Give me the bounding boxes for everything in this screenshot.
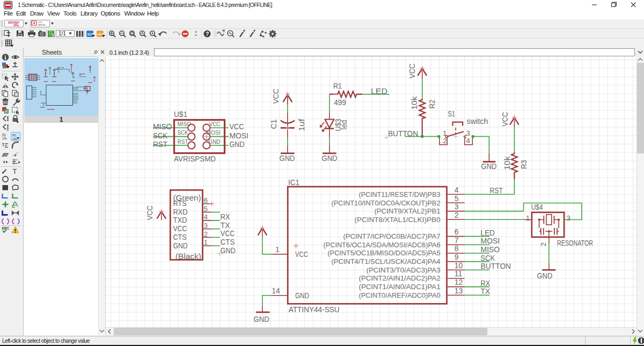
svg-text:VCC: VCC	[221, 229, 235, 238]
svg-text:GND: GND	[322, 153, 338, 163]
svg-text:(PCINT0/AREF/ADC0)PA0: (PCINT0/AREF/ADC0)PA0	[359, 292, 441, 299]
svg-text:3: 3	[567, 214, 571, 222]
svg-text:switch: switch	[467, 116, 488, 126]
svg-text:(PCINT10/INT0/OC0A/CKOUT)PB2: (PCINT10/INT0/OC0A/CKOUT)PB2	[332, 200, 441, 207]
svg-text:VCC: VCC	[500, 112, 509, 127]
svg-text:R2: R2	[2, 133, 6, 136]
svg-text:GND: GND	[537, 271, 552, 280]
svg-text:(PCINT2/AIN1/ADC2)PA2: (PCINT2/AIN1/ADC2)PA2	[359, 275, 441, 282]
svg-text:7: 7	[455, 236, 459, 245]
svg-text:GND: GND	[280, 153, 295, 163]
svg-text:11: 11	[455, 269, 463, 278]
svg-text:TX: TX	[221, 220, 230, 230]
svg-text:SCK: SCK	[178, 129, 189, 136]
svg-text:499: 499	[334, 98, 346, 107]
svg-text:3: 3	[455, 202, 459, 211]
svg-text:T: T	[13, 167, 17, 175]
svg-text:10: 10	[455, 261, 463, 270]
svg-text:(PCINT7/ICP/OC0B/ADC7)PA7: (PCINT7/ICP/OC0B/ADC7)PA7	[343, 233, 441, 240]
svg-text:U$4: U$4	[531, 202, 543, 211]
svg-text:SCK: SCK	[481, 253, 495, 262]
svg-text:RST: RST	[490, 186, 503, 195]
svg-text:10k: 10k	[502, 156, 511, 170]
svg-text:RTS: RTS	[173, 199, 187, 208]
svg-text:3: 3	[204, 222, 208, 230]
svg-text:1: 1	[275, 245, 280, 254]
svg-text:8: 8	[455, 244, 459, 253]
svg-text:VCC: VCC	[173, 224, 187, 233]
svg-text:U$1: U$1	[174, 109, 187, 119]
svg-text:MOSI: MOSI	[207, 129, 221, 136]
svg-text:1uf: 1uf	[297, 119, 306, 131]
svg-text:RXD: RXD	[173, 208, 188, 216]
svg-text:VCC: VCC	[407, 63, 416, 78]
svg-text:5: 5	[204, 205, 208, 213]
svg-text:LED: LED	[371, 86, 387, 95]
svg-text:VCC: VCC	[145, 205, 154, 220]
svg-text:GND: GND	[481, 161, 497, 171]
svg-text:2: 2	[443, 137, 447, 145]
svg-text:3: 3	[466, 129, 471, 137]
svg-text:VCC: VCC	[209, 121, 221, 127]
svg-text:10k: 10k	[409, 96, 419, 109]
svg-text:RST: RST	[178, 138, 188, 145]
svg-text:(PCINT1/AIN0/ADC1)PA1: (PCINT1/AIN0/ADC1)PA1	[359, 283, 441, 291]
svg-text:GND: GND	[254, 314, 269, 323]
svg-text:14: 14	[272, 286, 280, 295]
svg-text:LED: LED	[481, 228, 495, 237]
svg-text:GND: GND	[230, 139, 245, 149]
svg-text:13: 13	[455, 286, 463, 295]
svg-text:4: 4	[204, 213, 208, 221]
svg-text:2: 2	[539, 242, 547, 247]
svg-text:1: 1	[526, 214, 530, 222]
svg-text:MOSI: MOSI	[230, 131, 248, 140]
svg-text:12: 12	[455, 278, 463, 286]
svg-text:2: 2	[455, 211, 459, 219]
svg-text:RX: RX	[221, 212, 230, 221]
svg-text:10k: 10k	[12, 137, 17, 141]
svg-text:ERC: ERC	[2, 226, 10, 230]
svg-text:4: 4	[466, 137, 471, 145]
svg-text:MISO: MISO	[178, 121, 192, 127]
svg-text:AVRISPSMD: AVRISPSMD	[174, 154, 216, 163]
svg-text:R3: R3	[519, 160, 528, 169]
svg-text:?: ?	[206, 31, 209, 37]
svg-text:9: 9	[455, 253, 459, 261]
svg-text:SPICE: SPICE	[38, 24, 45, 26]
svg-text:R1: R1	[333, 81, 342, 90]
svg-text:1: 1	[204, 238, 208, 246]
svg-text:TX: TX	[481, 286, 491, 296]
svg-text:led: led	[339, 120, 348, 130]
svg-text:GND: GND	[295, 291, 309, 300]
svg-text:MISO: MISO	[153, 122, 172, 131]
svg-text:1/1: 1/1	[58, 31, 66, 36]
svg-text:VCC: VCC	[230, 122, 244, 131]
svg-text:2: 2	[204, 230, 208, 238]
svg-text:ATTINY44-SSU: ATTINY44-SSU	[289, 305, 340, 314]
svg-text:(PCINT4/T1/SCL/USCK/ADC4)PA4: (PCINT4/T1/SCL/USCK/ADC4)PA4	[332, 258, 441, 266]
svg-text:6: 6	[204, 196, 208, 204]
svg-text:BUTTON: BUTTON	[388, 129, 418, 138]
svg-text:MISO: MISO	[481, 245, 500, 254]
svg-text:GND: GND	[173, 241, 188, 250]
svg-text:(PCINT5/OC1B/MISO/DO/ADC5)PA5: (PCINT5/OC1B/MISO/DO/ADC5)PA5	[328, 249, 441, 257]
svg-text:S1: S1	[448, 109, 455, 118]
svg-text:SCK: SCK	[153, 131, 168, 140]
svg-text:(PCINT9/XTAL2)PB1: (PCINT9/XTAL2)PB1	[375, 208, 441, 215]
svg-text:10k: 10k	[2, 137, 7, 140]
svg-text:1: 1	[443, 129, 447, 137]
svg-text:(PCINT8/XTAL1/CLKI)PB0: (PCINT8/XTAL1/CLKI)PB0	[355, 216, 441, 224]
svg-text:RESONATOR: RESONATOR	[557, 238, 593, 247]
svg-text:(PCINT11/RESET/DW)PB3: (PCINT11/RESET/DW)PB3	[359, 191, 441, 198]
svg-text:CTS: CTS	[221, 237, 235, 246]
svg-text:5: 5	[455, 194, 459, 203]
svg-text:R2: R2	[427, 100, 436, 109]
svg-text:GND: GND	[209, 138, 221, 145]
svg-text:MOSI: MOSI	[481, 236, 500, 245]
svg-text:4: 4	[455, 186, 459, 194]
svg-text:(Black): (Black)	[175, 252, 201, 261]
svg-text:(PCINT6/OC1A/SDA/MOSI/ADC6)PA6: (PCINT6/OC1A/SDA/MOSI/ADC6)PA6	[324, 241, 441, 249]
svg-text:GND: GND	[221, 246, 236, 255]
svg-text:TXD: TXD	[173, 216, 187, 224]
svg-text:RX: RX	[481, 278, 491, 288]
